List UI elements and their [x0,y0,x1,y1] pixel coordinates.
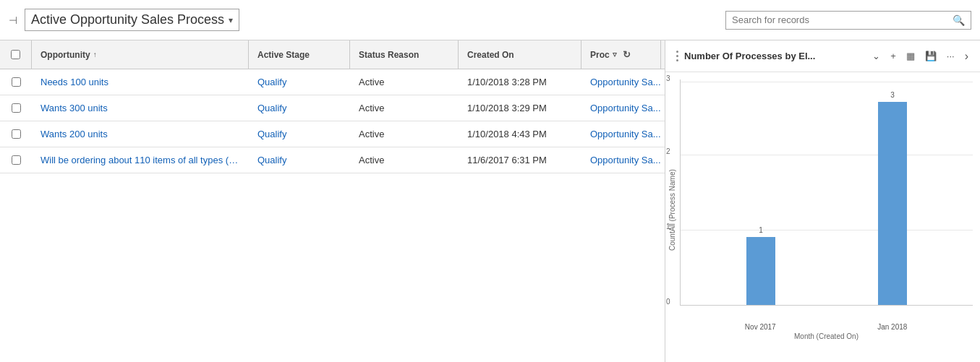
col-header-statusreason[interactable]: Status Reason [350,40,459,69]
col-opportunity-label: Opportunity [41,50,90,60]
createdon-4: 11/6/2017 6:31 PM [459,147,581,173]
row-checkbox-1[interactable] [0,69,32,95]
chart-panel: Number Of Processes by El... ⌄ + ▦ 💾 ···… [665,40,980,362]
activestage-2: Qualify [249,95,350,121]
table-row: Wants 300 units Qualify Active 1/10/2018… [0,95,665,121]
col-header-process[interactable]: Proc ▿ ↻ [581,40,661,69]
opportunity-link-1[interactable]: Needs 100 units [32,69,249,95]
table-row: Will be ordering about 110 items of all … [0,147,665,173]
col-header-opportunity[interactable]: Opportunity ↑ [32,40,249,69]
search-icon[interactable]: 🔍 [953,14,965,26]
createdon-1: 1/10/2018 3:28 PM [459,69,581,95]
x-label-nov2017: Nov 2017 [731,323,789,331]
col-activestage-label: Active Stage [257,50,310,60]
createdon-3: 1/10/2018 4:43 PM [459,121,581,147]
opportunity-link-2[interactable]: Wants 300 units [32,95,249,121]
y-tick-label-1: 1 [666,222,670,230]
opportunity-link-3[interactable]: Wants 200 units [32,121,249,147]
sort-asc-icon: ↑ [93,51,97,59]
process-4[interactable]: Opportunity Sa... [581,147,661,173]
bar-group-nov2017: 1 [746,226,775,305]
chart-area: 0 1 2 3 [680,79,980,340]
refresh-icon[interactable]: ↻ [623,49,631,60]
x-label-jan2018: Jan 2018 [864,323,921,331]
title-chevron-icon: ▾ [229,15,233,25]
process-1[interactable]: Opportunity Sa... [581,69,661,95]
activestage-3: Qualify [249,121,350,147]
select-all-checkbox[interactable] [11,50,20,59]
col-statusreason-label: Status Reason [359,50,419,60]
x-axis-labels: Nov 2017 Jan 2018 [680,320,973,331]
y-tick-label-2: 2 [666,147,670,155]
grid-header: Opportunity ↑ Active Stage Status Reason… [0,40,665,69]
drag-handle[interactable] [674,48,680,64]
grid-panel: Opportunity ↑ Active Stage Status Reason… [0,40,665,362]
main-content: Opportunity ↑ Active Stage Status Reason… [0,40,980,362]
y-tick-label-0: 0 [666,297,670,305]
chart-body: CountAll (Process Name) 0 1 2 [665,72,980,362]
opportunity-link-4[interactable]: Will be ordering about 110 items of all … [32,147,249,173]
bar-nov2017[interactable] [746,237,775,305]
chart-save-icon[interactable]: 💾 [922,49,939,63]
statusreason-4: Active [350,147,459,173]
header-bar: ⊣ Active Opportunity Sales Process ▾ 🔍 [0,0,980,40]
chart-header: Number Of Processes by El... ⌄ + ▦ 💾 ···… [665,40,980,72]
bar-group-jan2018: 3 [878,91,907,305]
process-3[interactable]: Opportunity Sa... [581,121,661,147]
bars-container: 1 3 [681,79,973,305]
col-header-createdon[interactable]: Created On [459,40,581,69]
chart-plot: 0 1 2 3 [680,79,973,306]
filter-icon[interactable]: ▿ [613,50,617,59]
statusreason-1: Active [350,69,459,95]
search-box: 🔍 [725,11,971,30]
process-2[interactable]: Opportunity Sa... [581,95,661,121]
search-input[interactable] [732,14,948,25]
bar-jan2018[interactable] [878,102,907,305]
pin-icon: ⊣ [9,14,17,26]
chart-title: Number Of Processes by El... [684,51,865,61]
statusreason-2: Active [350,95,459,121]
grid-body: Needs 100 units Qualify Active 1/10/2018… [0,69,665,173]
title-dropdown[interactable]: Active Opportunity Sales Process ▾ [25,9,239,31]
chart-expand-icon[interactable]: › [962,50,971,63]
chart-more-icon[interactable]: ··· [944,49,958,63]
row-checkbox-2[interactable] [0,95,32,121]
chart-layout-icon[interactable]: ▦ [903,49,918,63]
col-header-activestage[interactable]: Active Stage [249,40,350,69]
col-process-label: Proc [590,50,610,60]
row-checkbox-3[interactable] [0,121,32,147]
table-row: Wants 200 units Qualify Active 1/10/2018… [0,121,665,147]
table-row: Needs 100 units Qualify Active 1/10/2018… [0,69,665,95]
createdon-2: 1/10/2018 3:29 PM [459,95,581,121]
y-tick-label-3: 3 [666,74,670,82]
activestage-4: Qualify [249,147,350,173]
chart-dropdown-icon[interactable]: ⌄ [869,49,883,63]
chart-add-icon[interactable]: + [887,49,899,63]
row-checkbox-4[interactable] [0,147,32,173]
bar-value-jan2018: 3 [890,91,895,99]
bar-value-nov2017: 1 [759,226,763,234]
statusreason-3: Active [350,121,459,147]
page-title: Active Opportunity Sales Process [31,12,224,27]
col-createdon-label: Created On [467,50,514,60]
select-all-checkbox-cell[interactable] [0,40,32,69]
x-axis-title: Month (Created On) [680,332,973,340]
activestage-1: Qualify [249,69,350,95]
